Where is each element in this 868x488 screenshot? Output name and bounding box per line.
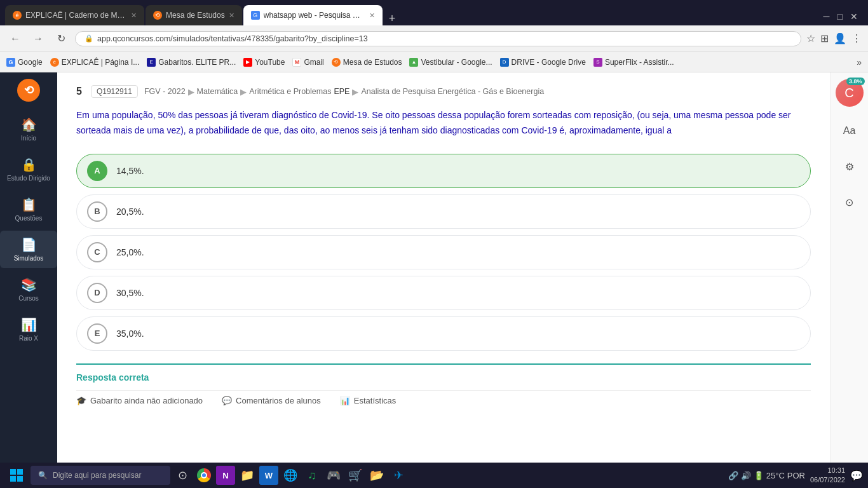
tab-close-whatsapp[interactable]: ✕ xyxy=(369,11,375,20)
tab-favicon-whatsapp: G xyxy=(251,11,260,20)
bookmark-vestibular[interactable]: ▲ Vestibular - Google... xyxy=(409,58,492,67)
sidebar-item-questoes[interactable]: 📋 Questões xyxy=(0,191,57,228)
bookmark-gmail-label: Gmail xyxy=(304,58,323,67)
question-header: 5 Q1912911 FGV - 2022 ▶ Matemática ▶ Ari… xyxy=(76,85,811,98)
question-text: Em uma população, 50% das pessoas já tiv… xyxy=(76,108,811,139)
menu-icon[interactable]: ⋮ xyxy=(851,32,862,44)
taskbar-files[interactable]: 📂 xyxy=(367,466,386,485)
breadcrumb: FGV - 2022 ▶ Matemática ▶ Aritmética e P… xyxy=(144,87,544,97)
sidebar-item-inicio[interactable]: 🏠 Início xyxy=(0,111,57,148)
taskbar-onenote[interactable]: N xyxy=(216,466,235,485)
taskbar-cortana[interactable]: ⊙ xyxy=(173,466,192,485)
question-number: 5 xyxy=(76,86,82,97)
reload-button[interactable]: ↻ xyxy=(52,30,70,48)
window-controls: ─ □ ✕ xyxy=(818,11,863,25)
inicio-icon: 🏠 xyxy=(21,117,37,132)
estatisticas-link[interactable]: 📊 Estatísticas xyxy=(340,396,396,405)
tab-mesa[interactable]: ⟲ Mesa de Estudos ✕ xyxy=(146,5,242,25)
taskbar-folder[interactable]: 📁 xyxy=(238,466,257,485)
questoes-icon: 📋 xyxy=(21,197,37,212)
bookmark-youtube[interactable]: ▶ YouTube xyxy=(243,58,285,67)
close-icon[interactable]: ✕ xyxy=(850,11,858,22)
simulados-icon: 📄 xyxy=(21,237,37,252)
sidebar-item-raio-x[interactable]: 📊 Raio X xyxy=(0,311,57,348)
comentarios-link[interactable]: 💬 Comentários de alunos xyxy=(222,396,321,405)
lock-icon: 🔒 xyxy=(85,34,93,43)
taskbar-search-bar[interactable]: 🔍 Digite aqui para pesquisar xyxy=(31,466,170,485)
font-size-button[interactable]: Aa xyxy=(838,119,861,142)
bookmark-mesa-label: Mesa de Estudos xyxy=(343,58,402,67)
taskbar-word[interactable]: W xyxy=(259,466,278,485)
bookmarks-more-icon[interactable]: » xyxy=(857,57,862,67)
breadcrumb-matematica: Matemática xyxy=(197,87,238,96)
option-d[interactable]: D 30,5%. xyxy=(76,276,811,310)
maximize-icon[interactable]: □ xyxy=(837,11,843,22)
option-text-d: 30,5%. xyxy=(116,288,144,298)
breadcrumb-fgv: FGV - 2022 xyxy=(144,87,186,96)
option-c[interactable]: C 25,0%. xyxy=(76,235,811,269)
time-text: 10:31 xyxy=(810,466,845,475)
taskbar-telegram[interactable]: ✈ xyxy=(389,466,408,485)
question-id: Q1912911 xyxy=(91,85,138,98)
search-placeholder: Digite aqui para pesquisar xyxy=(53,471,141,480)
minimize-icon[interactable]: ─ xyxy=(824,11,830,22)
bookmark-drive-label: DRIVE - Google Drive xyxy=(512,58,586,67)
taskbar-chrome[interactable] xyxy=(194,466,214,485)
option-circle-e: E xyxy=(87,323,107,344)
forward-button[interactable]: → xyxy=(29,30,47,48)
bookmark-gmail[interactable]: M Gmail xyxy=(292,58,323,67)
option-circle-a: A xyxy=(87,161,107,181)
address-bar[interactable]: 🔒 app.qconcursos.com/simulados/tentativa… xyxy=(75,31,801,46)
bookmark-superflix[interactable]: S SuperFlix - Assistir... xyxy=(593,58,674,67)
windows-logo xyxy=(10,469,23,482)
tab-close-explicae[interactable]: ✕ xyxy=(131,11,137,20)
sidebar-item-cursos[interactable]: 📚 Cursos xyxy=(0,271,57,308)
comentarios-label: Comentários de alunos xyxy=(236,396,321,405)
bookmark-star-icon[interactable]: ☆ xyxy=(806,32,815,44)
option-text-e: 35,0%. xyxy=(116,329,144,339)
taskbar-edge[interactable]: 🌐 xyxy=(281,466,300,485)
bookmark-mesa[interactable]: ⟲ Mesa de Estudos xyxy=(332,58,402,67)
gabarito-link[interactable]: 🎓 Gabarito ainda não adicionado xyxy=(76,396,203,405)
new-tab-button[interactable]: + xyxy=(384,12,401,25)
bookmark-explicae-label: EXPLICAÊ | Página I... xyxy=(62,58,140,67)
tab-close-mesa[interactable]: ✕ xyxy=(229,11,234,20)
bookmark-google[interactable]: G Google xyxy=(6,58,43,67)
option-a[interactable]: A 14,5%. xyxy=(76,154,811,188)
tab-label-whatsapp: whatsapp web - Pesquisa Google xyxy=(264,11,365,20)
url-text: app.qconcursos.com/simulados/tentativas/… xyxy=(97,34,792,43)
taskbar-store[interactable]: 🛒 xyxy=(346,466,365,485)
tab-whatsapp[interactable]: G whatsapp web - Pesquisa Google ✕ xyxy=(243,5,383,25)
comentarios-icon: 💬 xyxy=(222,396,232,405)
option-circle-c: C xyxy=(87,242,107,262)
option-e[interactable]: E 35,0%. xyxy=(76,316,811,351)
bottom-links: 🎓 Gabarito ainda não adicionado 💬 Coment… xyxy=(76,390,811,410)
sidebar-label-questoes: Questões xyxy=(15,215,43,222)
notification-icon[interactable]: 💬 xyxy=(850,470,863,482)
sidebar-label-cursos: Cursos xyxy=(18,295,39,302)
bookmark-youtube-label: YouTube xyxy=(255,58,285,67)
extension-icon[interactable]: ⊞ xyxy=(820,32,829,44)
nav-actions: ☆ ⊞ 👤 ⋮ xyxy=(806,32,862,44)
tab-bar: é EXPLICAÊ | Caderno de Matemáti... ✕ ⟲ … xyxy=(0,0,868,25)
estudo-icon: 🔒 xyxy=(21,157,37,172)
taskbar-steam[interactable]: 🎮 xyxy=(324,466,343,485)
sidebar-item-simulados[interactable]: 📄 Simulados xyxy=(0,231,57,268)
tab-explicae[interactable]: é EXPLICAÊ | Caderno de Matemáti... ✕ xyxy=(5,5,144,25)
profile-icon[interactable]: 👤 xyxy=(834,32,846,44)
settings-button[interactable]: ⚙ xyxy=(838,155,861,178)
bookmark-drive[interactable]: D DRIVE - Google Drive xyxy=(500,58,586,67)
option-circle-d: D xyxy=(87,283,107,303)
taskbar-spotify[interactable]: ♫ xyxy=(302,466,322,485)
search-icon: 🔍 xyxy=(38,471,48,480)
bookmark-vestibular-label: Vestibular - Google... xyxy=(421,58,492,67)
option-b[interactable]: B 20,5%. xyxy=(76,194,811,229)
tab-favicon-explicae: é xyxy=(13,11,22,20)
start-button[interactable] xyxy=(5,464,28,487)
back-button[interactable]: ← xyxy=(6,30,24,48)
user-avatar[interactable]: 3.8% C xyxy=(836,79,864,107)
sidebar-item-estudo[interactable]: 🔒 Estudo Dirigido xyxy=(0,151,57,188)
bookmark-explicae[interactable]: é EXPLICAÊ | Página I... xyxy=(50,58,140,67)
target-button[interactable]: ⊙ xyxy=(838,191,861,214)
bookmark-gabaritos[interactable]: E Gabaritos. ELITE PR... xyxy=(147,58,236,67)
